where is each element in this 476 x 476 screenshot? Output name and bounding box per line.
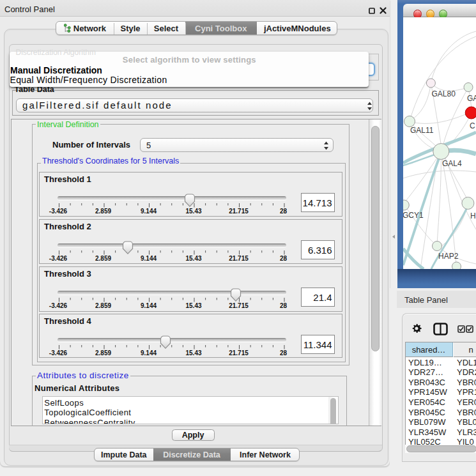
- svg-text:GAL80: GAL80: [432, 89, 456, 98]
- svg-text:GCY1: GCY1: [403, 211, 424, 220]
- svg-text:GA: GA: [467, 94, 476, 103]
- svg-text:HAP2: HAP2: [438, 252, 459, 261]
- svg-text:GAL4: GAL4: [442, 159, 462, 168]
- svg-text:H: H: [470, 211, 476, 220]
- svg-text:GAL11: GAL11: [410, 126, 434, 135]
- svg-text:C: C: [470, 121, 475, 130]
